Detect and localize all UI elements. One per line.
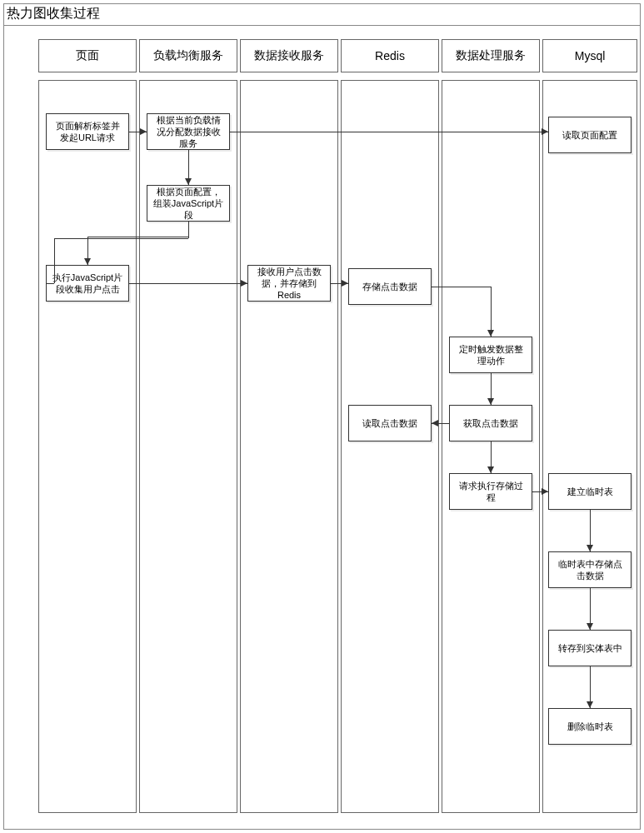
node-n5: 执行JavaScript片段收集用户点击 <box>46 265 129 302</box>
lane-label: Redis <box>375 49 405 62</box>
node-n11: 请求执行存储过程 <box>449 473 532 510</box>
edge-n4-n5-b <box>54 238 188 239</box>
node-label: 建立临时表 <box>567 486 613 497</box>
node-n8: 定时触发数据整理动作 <box>449 337 532 373</box>
node-label: 页面解析标签并发起URL请求 <box>52 120 123 144</box>
edge-n1-n2-head <box>140 128 147 135</box>
node-n3: 读取页面配置 <box>548 117 632 153</box>
node-n2: 根据当前负载情况分配数据接收服务 <box>147 113 230 150</box>
edge-n9-n11-head <box>487 466 494 473</box>
lane-header-mysql: Mysql <box>542 39 637 72</box>
node-label: 执行JavaScript片段收集用户点击 <box>52 272 123 296</box>
lane-label: Mysql <box>575 49 606 62</box>
lane-label: 负载均衡服务 <box>153 48 223 63</box>
edge45-head <box>84 258 91 265</box>
diagram-title: 热力图收集过程 <box>7 5 100 22</box>
node-label: 根据页面配置，组装JavaScript片段 <box>152 186 224 222</box>
node-label: 临时表中存储点击数据 <box>554 558 626 582</box>
lane-body-redis <box>341 80 439 813</box>
node-label: 定时触发数据整理动作 <box>455 343 527 367</box>
edge-n11-n12-head <box>542 488 548 495</box>
edge-n6-n7-head <box>342 280 348 287</box>
lane-header-proc: 数据处理服务 <box>442 39 540 72</box>
node-label: 获取点击数据 <box>463 417 518 429</box>
lane-header-redis: Redis <box>341 39 439 72</box>
edge-n5-n6-head <box>241 280 247 287</box>
edge-n2-n3 <box>230 132 548 132</box>
lane-label: 页面 <box>76 48 99 63</box>
edge-n2-n4-head <box>185 178 192 185</box>
node-label: 读取点击数据 <box>362 417 417 429</box>
node-label: 读取页面配置 <box>562 129 617 141</box>
edge-n5-n6 <box>129 283 247 284</box>
edge-n7-n8-h <box>432 287 491 287</box>
lane-header-page: 页面 <box>38 39 137 72</box>
node-n14: 转存到实体表中 <box>548 630 632 666</box>
node-n15: 删除临时表 <box>548 708 632 745</box>
edge-n12-n13-head <box>587 545 593 551</box>
node-label: 接收用户点击数据，并存储到Redis <box>253 266 325 302</box>
node-n12: 建立临时表 <box>548 473 632 510</box>
edge-n13-n14-head <box>587 623 593 630</box>
node-label: 请求执行存储过程 <box>455 480 527 504</box>
lane-label: 数据处理服务 <box>456 48 526 63</box>
edge-n9-n10-head <box>432 420 438 426</box>
edge-n7-n8-head <box>487 330 494 337</box>
edge-n4-n5-d <box>46 283 54 284</box>
edge-n8-n9-head <box>487 398 494 405</box>
title-divider <box>3 25 641 26</box>
node-n7: 存储点击数据 <box>348 268 432 305</box>
node-n9: 获取点击数据 <box>449 405 532 441</box>
node-label: 存储点击数据 <box>362 281 417 292</box>
lane-header-recv: 数据接收服务 <box>240 39 338 72</box>
edge-n4-n5-c <box>54 238 55 283</box>
lane-body-page <box>38 80 137 813</box>
node-n10: 读取点击数据 <box>348 405 432 441</box>
edge-n7-n8-v <box>491 287 492 337</box>
node-n13: 临时表中存储点击数据 <box>548 551 632 588</box>
lane-label: 数据接收服务 <box>254 48 324 63</box>
node-label: 删除临时表 <box>567 721 613 732</box>
edge-n2-n3-head <box>542 128 548 135</box>
node-label: 根据当前负载情况分配数据接收服务 <box>152 114 224 150</box>
node-n6: 接收用户点击数据，并存储到Redis <box>247 265 331 302</box>
edge45-h <box>87 237 188 237</box>
lane-header-lb: 负载均衡服务 <box>139 39 237 72</box>
node-label: 转存到实体表中 <box>558 642 622 654</box>
edge-n14-n15-head <box>587 701 593 708</box>
lane-body-recv <box>240 80 338 813</box>
edge45-v1 <box>188 222 189 237</box>
node-n4: 根据页面配置，组装JavaScript片段 <box>147 185 230 222</box>
node-n1: 页面解析标签并发起URL请求 <box>46 113 129 150</box>
